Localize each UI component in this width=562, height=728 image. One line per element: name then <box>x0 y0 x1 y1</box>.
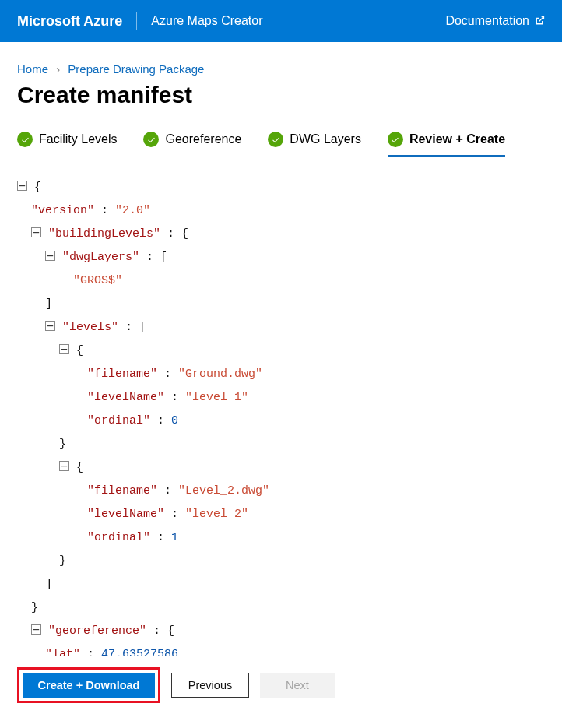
tab-label: DWG Layers <box>290 132 361 146</box>
json-number: 1 <box>171 531 178 544</box>
breadcrumb: Home › Prepare Drawing Package <box>17 62 545 76</box>
topbar: Microsoft Azure Azure Maps Creator Docum… <box>0 0 562 42</box>
json-number: 47.63527586 <box>101 648 178 656</box>
collapse-toggle[interactable]: − <box>31 227 41 237</box>
topbar-divider <box>136 12 137 30</box>
json-key: "buildingLevels" <box>48 227 160 241</box>
json-string: "GROS$" <box>73 274 122 287</box>
json-key: "filename" <box>87 368 157 381</box>
json-key: "filename" <box>87 484 157 498</box>
breadcrumb-home[interactable]: Home <box>17 62 48 76</box>
app-name[interactable]: Azure Maps Creator <box>151 14 262 28</box>
external-link-icon <box>534 16 545 26</box>
json-key: "ordinal" <box>87 414 150 427</box>
json-key: "version" <box>31 204 94 217</box>
collapse-toggle[interactable]: − <box>59 344 69 354</box>
json-number: 0 <box>171 414 178 427</box>
check-icon <box>268 132 283 147</box>
documentation-label: Documentation <box>445 14 529 28</box>
footer-actions: Create + Download Previous Next <box>0 656 562 714</box>
breadcrumb-prepare[interactable]: Prepare Drawing Package <box>68 62 204 76</box>
check-icon <box>143 132 159 147</box>
brand-name[interactable]: Microsoft Azure <box>17 13 122 30</box>
tab-label: Review + Create <box>409 132 505 146</box>
page-title: Create manifest <box>17 82 545 108</box>
json-string: "level 1" <box>185 391 248 404</box>
json-key: "levels" <box>62 321 118 334</box>
tab-facility-levels[interactable]: Facility Levels <box>17 132 117 155</box>
step-tabs: Facility Levels Georeference DWG Layers … <box>17 132 545 156</box>
json-key: "georeference" <box>48 624 146 638</box>
previous-button[interactable]: Previous <box>171 673 249 698</box>
json-key: "dwgLayers" <box>62 251 139 264</box>
collapse-toggle[interactable]: − <box>17 181 27 191</box>
tab-review-create[interactable]: Review + Create <box>388 132 505 157</box>
json-key: "levelName" <box>87 508 164 521</box>
collapse-toggle[interactable]: − <box>45 251 55 261</box>
json-key: "lat" <box>45 648 80 656</box>
collapse-toggle[interactable]: − <box>45 321 55 331</box>
json-string: "Ground.dwg" <box>178 368 262 381</box>
tab-label: Georeference <box>165 132 241 146</box>
create-download-button[interactable]: Create + Download <box>23 673 155 698</box>
documentation-link[interactable]: Documentation <box>445 14 545 28</box>
json-viewer: − { "version" : "2.0" − "buildingLevels"… <box>17 176 545 656</box>
highlight-box: Create + Download <box>17 667 160 703</box>
collapse-toggle[interactable]: − <box>31 624 41 635</box>
tab-dwg-layers[interactable]: DWG Layers <box>268 132 361 155</box>
json-string: "level 2" <box>185 508 248 521</box>
check-icon <box>388 132 403 147</box>
breadcrumb-sep: › <box>56 62 60 76</box>
json-string: "2.0" <box>115 204 150 217</box>
tab-georeference[interactable]: Georeference <box>143 132 241 155</box>
check-icon <box>17 132 33 147</box>
next-button: Next <box>260 673 335 698</box>
collapse-toggle[interactable]: − <box>59 461 69 471</box>
json-string: "Level_2.dwg" <box>178 484 269 498</box>
json-key: "levelName" <box>87 391 164 404</box>
json-key: "ordinal" <box>87 531 150 544</box>
tab-label: Facility Levels <box>39 132 117 146</box>
